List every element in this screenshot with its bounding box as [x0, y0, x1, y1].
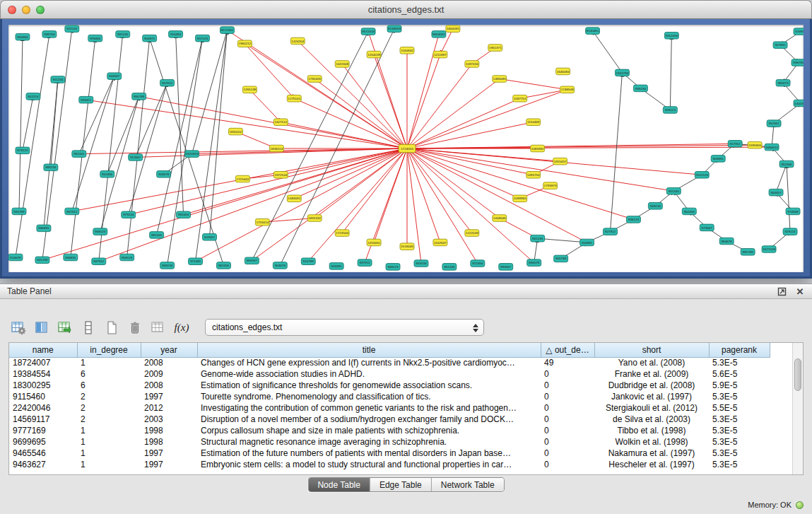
graph-node[interactable]: 917912 — [728, 141, 742, 148]
table-row[interactable]: 2242004622012Investigating the contribut… — [9, 402, 792, 414]
graph-node[interactable]: 1793873 — [543, 182, 558, 189]
graph-node[interactable]: 911234 — [51, 76, 65, 83]
tab-edge-table[interactable]: Edge Table — [370, 478, 431, 491]
graph-node[interactable]: 1485083 — [493, 76, 507, 83]
graph-node[interactable]: 935789 — [12, 208, 26, 215]
graph-node[interactable]: 918913 — [794, 28, 804, 35]
graph-node[interactable]: 981345 — [150, 232, 164, 239]
graph-node[interactable]: 936891 — [64, 254, 78, 261]
graph-node[interactable]: 906891 — [711, 156, 725, 163]
close-panel-icon[interactable]: ✕ — [795, 286, 805, 296]
graph-node[interactable]: 1422608 — [335, 61, 349, 68]
column-header-title[interactable]: title — [197, 343, 541, 357]
graph-node[interactable]: 1427512 — [273, 119, 288, 126]
merge-table-icon[interactable] — [148, 317, 168, 338]
graph-node[interactable]: 946891 — [37, 225, 51, 232]
graph-node[interactable]: 944567 — [107, 73, 122, 80]
network-canvas[interactable]: 1724053 1160842 1211897 1097434 1485083 … — [8, 25, 804, 272]
graph-node[interactable]: 978456 — [88, 35, 102, 42]
graph-node[interactable]: 961345 — [442, 264, 457, 271]
graph-node[interactable]: 2620659 — [185, 151, 199, 158]
graph-node[interactable]: 1275141 — [287, 95, 301, 102]
graph-node[interactable]: 1961371 — [488, 45, 502, 52]
graph-node[interactable]: 8134059 — [387, 25, 401, 33]
graph-node[interactable]: 941235 — [531, 235, 545, 242]
graph-node[interactable]: 903567 — [203, 233, 217, 240]
row-height-icon[interactable] — [78, 317, 98, 338]
graph-node[interactable]: 989234 — [44, 164, 58, 171]
graph-node[interactable]: 1162647 — [433, 239, 447, 246]
graph-node[interactable]: 1222049 — [465, 230, 479, 237]
splitter-handle[interactable] — [404, 280, 408, 282]
function-builder-icon[interactable]: f(x) — [172, 317, 192, 338]
graph-node[interactable]: 9312456 — [664, 33, 678, 40]
graph-node[interactable]: 1442335 — [794, 100, 804, 107]
graph-node[interactable]: 2522124 — [695, 172, 709, 179]
graph-node[interactable]: 1265138 — [242, 86, 257, 93]
new-table-icon[interactable] — [102, 317, 122, 338]
table-row[interactable]: 946554611997Estimation of the future num… — [9, 448, 792, 459]
graph-node[interactable]: 915789 — [301, 258, 315, 265]
delete-table-icon[interactable] — [125, 317, 145, 338]
graph-node[interactable]: 916484 — [169, 31, 183, 38]
table-settings-icon[interactable] — [8, 317, 28, 338]
graph-node[interactable]: 1724053 — [399, 144, 416, 152]
graph-node[interactable]: 957912 — [65, 208, 79, 215]
graph-node[interactable]: 973567 — [700, 224, 714, 231]
graph-node[interactable]: 1915457 — [553, 158, 567, 165]
table-row[interactable]: 1938455462009Genome-wide association stu… — [9, 368, 792, 380]
graph-node[interactable]: 1646484 — [556, 68, 570, 75]
graph-node[interactable]: 948123 — [386, 264, 400, 271]
column-header-year[interactable]: year — [141, 343, 197, 357]
tab-network-table[interactable]: Network Table — [431, 478, 504, 491]
citation-network-graph[interactable]: 1724053 1160842 1211897 1097434 1485083 … — [8, 25, 804, 272]
graph-node[interactable]: 904678 — [273, 262, 287, 269]
float-panel-icon[interactable] — [777, 286, 787, 296]
graph-node[interactable]: 1495754 — [526, 172, 541, 179]
graph-node[interactable]: 914678 — [8, 254, 23, 261]
graph-node[interactable]: 925789 — [35, 257, 49, 264]
graph-node[interactable]: 1972544 — [273, 172, 288, 179]
graph-node[interactable]: 947912 — [92, 258, 106, 265]
graph-node[interactable]: 979234 — [122, 211, 136, 218]
column-header-out_degree[interactable]: △ out_de… — [541, 343, 594, 357]
graph-node[interactable]: 902456 — [100, 171, 114, 178]
graph-node[interactable]: 922132 — [65, 25, 79, 33]
graph-node[interactable]: 937912 — [358, 259, 372, 267]
graph-node[interactable]: 1097434 — [465, 61, 479, 68]
graph-node[interactable]: 9664052 — [432, 31, 446, 38]
graph-node[interactable]: 1664091 — [446, 25, 460, 33]
window-titlebar[interactable]: citations_edges.txt — [0, 0, 812, 19]
panel-splitter[interactable] — [0, 279, 812, 284]
graph-node[interactable]: 991245 — [116, 31, 130, 38]
table-row[interactable]: 969969511998Structural magnetic resonanc… — [9, 436, 792, 448]
graph-node[interactable]: 962456 — [682, 208, 696, 215]
graph-node[interactable]: 1891332 — [307, 215, 322, 222]
graph-node[interactable]: 1154469 — [526, 119, 541, 126]
graph-node[interactable]: 907892 — [773, 42, 787, 49]
graph-node[interactable]: 1424204 — [290, 37, 305, 45]
minimize-window-button[interactable] — [22, 6, 30, 14]
table-row[interactable]: 1872400712008Changes of HCN gene express… — [9, 357, 792, 368]
graph-node[interactable]: 927912 — [604, 228, 618, 235]
graph-node[interactable]: 963457 — [769, 189, 783, 196]
graph-node[interactable]: 1160842 — [400, 47, 414, 54]
graph-node[interactable]: 972456 — [471, 260, 485, 267]
table-row[interactable]: 946362711997Embryonic stem cells: a mode… — [9, 459, 792, 470]
graph-node[interactable]: 1677033 — [762, 246, 776, 253]
graph-node[interactable]: 957123 — [196, 35, 210, 42]
graph-node[interactable]: 1083091 — [287, 195, 301, 202]
scrollbar-thumb[interactable] — [794, 358, 801, 391]
graph-node[interactable]: 1187751 — [513, 95, 527, 102]
graph-node[interactable]: 959234 — [414, 260, 428, 267]
graph-node[interactable]: 902214 — [26, 93, 40, 100]
graph-node[interactable]: 952361 — [767, 120, 781, 127]
table-row[interactable]: 911546021997Tourette syndrome. Phenomeno… — [9, 391, 792, 402]
graph-node[interactable]: 956789 — [132, 93, 146, 100]
graph-node[interactable]: 938764 — [42, 31, 57, 38]
graph-node[interactable]: 1960212 — [237, 40, 252, 47]
graph-node[interactable]: 926891 — [329, 263, 343, 270]
graph-node[interactable]: 939234 — [633, 85, 647, 92]
graph-node[interactable]: 1836113 — [269, 145, 283, 152]
graph-node[interactable]: 1211897 — [433, 51, 447, 58]
